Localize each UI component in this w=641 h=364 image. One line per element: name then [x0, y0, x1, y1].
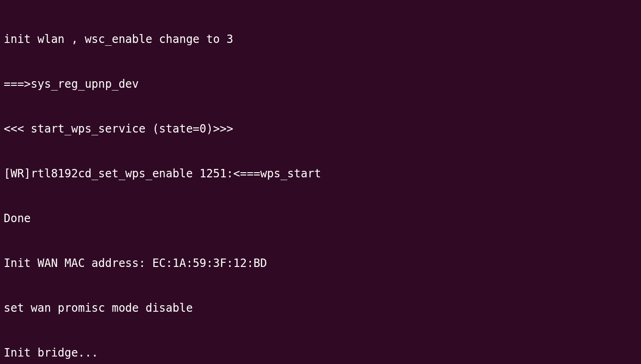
- terminal-line: set wan promisc mode disable: [4, 301, 637, 315]
- terminal-line: ===>sys_reg_upnp_dev: [4, 77, 637, 91]
- terminal-line: Init bridge...: [4, 345, 637, 360]
- terminal-line: [WR]rtl8192cd_set_wps_enable 1251:<===wp…: [4, 166, 637, 181]
- terminal-output[interactable]: init wlan , wsc_enable change to 3 ===>s…: [0, 0, 641, 364]
- terminal-line: <<< start_wps_service (state=0)>>>: [4, 121, 637, 136]
- terminal-line: init wlan , wsc_enable change to 3: [4, 32, 637, 47]
- terminal-line: Done: [4, 211, 637, 226]
- terminal-line: Init WAN MAC address: EC:1A:59:3F:12:BD: [4, 256, 637, 271]
